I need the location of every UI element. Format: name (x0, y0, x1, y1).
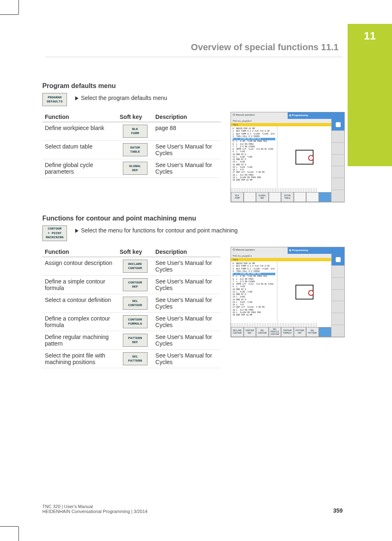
softkey: BLK FORM (231, 192, 244, 202)
cell-softkey: SEL CONTOUR (117, 294, 153, 313)
softkey-button: BLK FORM (123, 125, 148, 138)
mode-manual: 🛈 Manual operation (231, 112, 288, 119)
cell-description: See User's Manual for Cycles (153, 159, 221, 178)
softkey-button: SEL CONTOUR (123, 297, 148, 310)
softkey: SEL PATTERN (306, 327, 319, 337)
contour-menu-bullet-row: CONTOUR + POINT MACHINING Select the men… (42, 225, 345, 241)
cell-softkey: DECLARE CONTOUR (117, 257, 153, 276)
col-function: Function (42, 247, 117, 257)
mode-programming: ◆ Programming (288, 247, 344, 254)
cell-function: Select a contour definition (42, 294, 117, 313)
softkey (244, 192, 256, 202)
softkey: SEL CONTOUR (256, 327, 269, 337)
cell-softkey: GLOBAL DEF (117, 159, 153, 178)
cell-function: Define a complex contour formula (42, 313, 117, 331)
col-softkey: Soft key (117, 112, 153, 122)
softkey-button: GLOBAL DEF (123, 162, 148, 175)
softkey: CONTOUR DEF (244, 327, 256, 337)
sidebar-button (332, 313, 344, 325)
file-tab: *16.h (231, 123, 331, 126)
bullet-label: Select the program defaults menu (81, 95, 167, 101)
sidebar-buttons (331, 254, 344, 337)
softkey-button: DATUM TABLE (123, 143, 148, 156)
softkey: GLOBAL DEF (256, 192, 269, 202)
program-defaults-softkey: PROGRAM DEFAULTS (42, 93, 67, 106)
footer-line1: TNC 320 | User's Manual (42, 504, 148, 509)
file-path: TNC:\nc_prog\16.h (231, 119, 331, 123)
cell-softkey: DATUM TABLE (117, 141, 153, 159)
crop-mark (0, 14, 18, 15)
sidebar-button (332, 254, 344, 266)
softkey (269, 192, 281, 202)
cell-function: Define workpiece blank (42, 122, 117, 141)
table-row: Select the point file with machining pos… (42, 350, 221, 368)
softkey: CONTOUR FORMULA (281, 327, 294, 337)
col-function: Function (42, 112, 117, 122)
cell-function: Define global cycle parameters (42, 159, 117, 178)
cell-function: Define a simple contour formula (42, 276, 117, 294)
sidebar-buttons (331, 119, 344, 202)
cell-description: See User's Manual for Cycles (153, 331, 221, 350)
table-row: Select a contour definitionSEL CONTOURSe… (42, 294, 221, 313)
sidebar-button (332, 190, 344, 202)
chapter-side-tab: 11 (348, 24, 392, 166)
program-defaults-heading: Program defaults menu (42, 82, 345, 90)
table-row: Define global cycle parametersGLOBAL DEF… (42, 159, 221, 178)
program-defaults-bullet-text: Select the program defaults menu (75, 93, 345, 101)
softkey (294, 192, 307, 202)
col-description: Description (153, 112, 221, 122)
crop-mark (18, 0, 19, 14)
table-row: Select datum tableDATUM TABLESee User's … (42, 141, 221, 159)
workpiece-shape-icon (295, 150, 314, 165)
sidebar-button (332, 119, 344, 131)
cell-softkey: CONTOUR FORMULA (117, 313, 153, 331)
file-tab: *16.h (231, 258, 331, 261)
sidebar-button (332, 178, 344, 190)
cell-function: Assign contour description (42, 257, 117, 276)
contour-menu-heading: Functions for contour and point machinin… (42, 215, 345, 222)
cell-softkey: CONTOUR DEF (117, 276, 153, 294)
crop-mark (18, 527, 19, 541)
softkey-bar: DECLARE CONTOURCONTOUR DEFSEL CONTOURSEL… (231, 327, 331, 337)
graphic-preview (277, 126, 331, 188)
cell-description: See User's Manual for Cycles (153, 350, 221, 368)
softkey-button: CONTOUR DEF (123, 278, 148, 291)
cell-description: page 88 (153, 122, 221, 141)
sidebar-button (332, 155, 344, 167)
softkey-bar: BLK FORMGLOBAL DEFDATUM TABLE (231, 192, 331, 202)
cell-description: See User's Manual for Cycles (153, 294, 221, 313)
footer-line2: HEIDENHAIN Conversational Programming | … (42, 509, 148, 514)
triangle-bullet-icon (75, 96, 78, 100)
bullet-label: Select the menu for functions for contou… (81, 227, 238, 234)
sidebar-button (332, 143, 344, 155)
program-defaults-bullet-row: PROGRAM DEFAULTS Select the program defa… (42, 93, 345, 106)
softkey-row-indicator (231, 323, 318, 327)
chapter-number: 11 (348, 24, 392, 42)
table-row: Define workpiece blankBLK FORMpage 88 (42, 122, 221, 141)
softkey: PATTERN DEF (294, 327, 307, 337)
cell-description: See User's Manual for Cycles (153, 276, 221, 294)
cell-function: Select the point file with machining pos… (42, 350, 117, 368)
crop-mark (0, 526, 18, 527)
cell-function: Select datum table (42, 141, 117, 159)
section-header: Overview of special functions 11.1 (45, 42, 343, 57)
contour-menu-bullet-text: Select the menu for functions for contou… (75, 225, 345, 234)
sidebar-button (332, 166, 344, 178)
table-row: Assign contour descriptionDECLARE CONTOU… (42, 257, 221, 276)
table-row: Define a simple contour formulaCONTOUR D… (42, 276, 221, 294)
cnc-screenshot: 🛈 Manual operation◆ ProgrammingTNC:\nc_p… (231, 112, 345, 202)
cell-description: See User's Manual for Cycles (153, 257, 221, 276)
softkey-button: PATTERN DEF (123, 334, 148, 347)
cell-description: See User's Manual for Cycles (153, 141, 221, 159)
triangle-bullet-icon (75, 229, 78, 233)
sidebar-button (332, 301, 344, 313)
contour-menu-softkey: CONTOUR + POINT MACHINING (42, 225, 67, 241)
program-defaults-table: Function Soft key Description Define wor… (42, 112, 221, 178)
softkey: DECLARE CONTOUR (231, 327, 244, 337)
page-number: 359 (333, 507, 343, 514)
page-footer: TNC 320 | User's Manual HEIDENHAIN Conve… (42, 504, 343, 514)
cell-softkey: BLK FORM (117, 122, 153, 141)
mode-programming: ◆ Programming (288, 112, 344, 119)
table-row: Define regular machining patternPATTERN … (42, 331, 221, 350)
softkey-row-indicator (231, 188, 318, 192)
